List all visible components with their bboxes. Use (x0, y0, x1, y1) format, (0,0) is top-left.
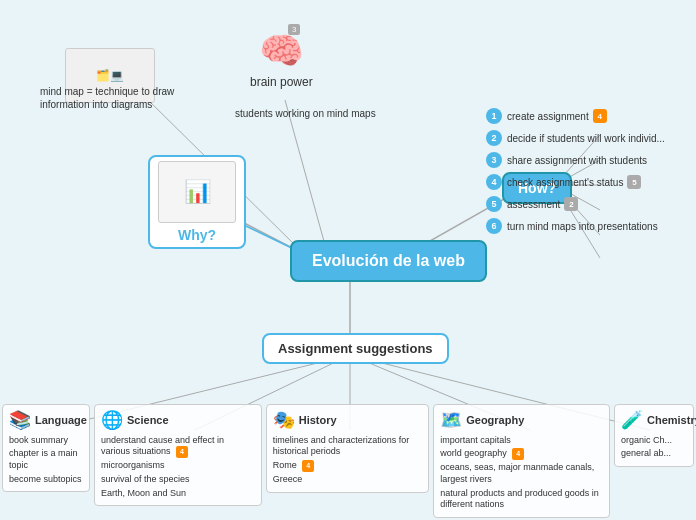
science-item-3: survival of the species (101, 474, 255, 486)
step-item-6: 6 turn mind maps into presentations (486, 218, 696, 234)
chemistry-icon: 🧪 (621, 409, 643, 431)
step-num-6: 6 (486, 218, 502, 234)
chemistry-item-2: general ab... (621, 448, 687, 460)
step-badge-4: 5 (627, 175, 641, 189)
brain-power-node[interactable]: 3 🧠 brain power (250, 30, 313, 90)
science-title: Science (127, 414, 169, 426)
brain-badge: 3 (288, 24, 300, 35)
step-text-6: turn mind maps into presentations (507, 221, 658, 232)
mindmap-desc-text: mind map = technique to draw information… (40, 86, 174, 110)
language-title: Language (35, 414, 87, 426)
history-icon: 🎭 (273, 409, 295, 431)
geography-badge-2: 4 (512, 448, 524, 460)
geography-item-4: natural products and produced goods in d… (440, 488, 603, 511)
brain-label: brain power (250, 75, 313, 89)
language-icon: 📚 (9, 409, 31, 431)
subject-header-history: 🎭 History (273, 409, 422, 431)
step-num-5: 5 (486, 196, 502, 212)
assignment-label: Assignment suggestions (278, 341, 433, 356)
science-icon: 🌐 (101, 409, 123, 431)
history-item-2: Rome 4 (273, 460, 422, 472)
step-item-5: 5 assessment 2 (486, 196, 696, 212)
brain-icon: 🧠 (250, 30, 313, 72)
why-node[interactable]: 📊 Why? (148, 155, 246, 249)
step-text-2: decide if students will work individ... (507, 133, 665, 144)
chemistry-title: Chemistry (647, 414, 696, 426)
step-num-2: 2 (486, 130, 502, 146)
language-item-2: chapter is a main topic (9, 448, 83, 471)
step-num-1: 1 (486, 108, 502, 124)
step-text-1: create assignment (507, 111, 589, 122)
central-label: Evolución de la web (312, 252, 465, 269)
history-title: History (299, 414, 337, 426)
history-item-3: Greece (273, 474, 422, 486)
step-text-4: check assignment's status (507, 177, 623, 188)
subject-panel-geography: 🗺️ Geography important capitals world ge… (433, 404, 610, 518)
mindmap-description: mind map = technique to draw information… (40, 85, 190, 111)
subject-panel-science: 🌐 Science understand cause and effect in… (94, 404, 262, 507)
why-image: 📊 (158, 161, 236, 223)
step-num-4: 4 (486, 174, 502, 190)
why-diagram-icon: 📊 (184, 179, 211, 205)
step-num-3: 3 (486, 152, 502, 168)
geography-title: Geography (466, 414, 524, 426)
science-item-1: understand cause and effect in various s… (101, 435, 255, 459)
subject-header-chemistry: 🧪 Chemistry (621, 409, 687, 431)
step-text-3: share assignment with students (507, 155, 647, 166)
step-item-4: 4 check assignment's status 5 (486, 174, 696, 190)
step-item-3: 3 share assignment with students (486, 152, 696, 168)
subject-panel-chemistry: 🧪 Chemistry organic Ch... general ab... (614, 404, 694, 467)
geography-item-2: world geography 4 (440, 448, 603, 460)
steps-panel: 1 create assignment 4 2 decide if studen… (486, 108, 696, 240)
language-item-3: become subtopics (9, 474, 83, 486)
science-badge-1: 4 (176, 446, 188, 458)
subject-panel-history: 🎭 History timelines and characterization… (266, 404, 429, 493)
assignment-node[interactable]: Assignment suggestions (262, 333, 449, 364)
language-item-1: book summary (9, 435, 83, 447)
step-item-1: 1 create assignment 4 (486, 108, 696, 124)
step-badge-5: 2 (564, 197, 578, 211)
central-node[interactable]: Evolución de la web (290, 240, 487, 282)
science-item-2: microorganisms (101, 460, 255, 472)
students-description: students working on mind maps (235, 108, 376, 119)
students-desc-text: students working on mind maps (235, 108, 376, 119)
history-badge-2: 4 (302, 460, 314, 472)
geography-item-1: important capitals (440, 435, 603, 447)
subjects-row: 📚 Language book summary chapter is a mai… (0, 402, 696, 520)
step-badge-1: 4 (593, 109, 607, 123)
step-item-2: 2 decide if students will work individ..… (486, 130, 696, 146)
svg-line-9 (285, 100, 325, 245)
history-item-1: timelines and characterizations for hist… (273, 435, 422, 458)
mind-map-canvas: 3 🧠 brain power 🗂️💻 mind map = technique… (0, 0, 696, 520)
subject-header-language: 📚 Language (9, 409, 83, 431)
mindmap-image-icon: 🗂️💻 (96, 69, 124, 82)
geography-icon: 🗺️ (440, 409, 462, 431)
step-text-5: assessment (507, 199, 560, 210)
subject-panel-language: 📚 Language book summary chapter is a mai… (2, 404, 90, 493)
why-label: Why? (178, 227, 216, 243)
science-item-4: Earth, Moon and Sun (101, 488, 255, 500)
geography-item-3: oceans, seas, major manmade canals, larg… (440, 462, 603, 485)
subject-header-science: 🌐 Science (101, 409, 255, 431)
subject-header-geography: 🗺️ Geography (440, 409, 603, 431)
chemistry-item-1: organic Ch... (621, 435, 687, 447)
